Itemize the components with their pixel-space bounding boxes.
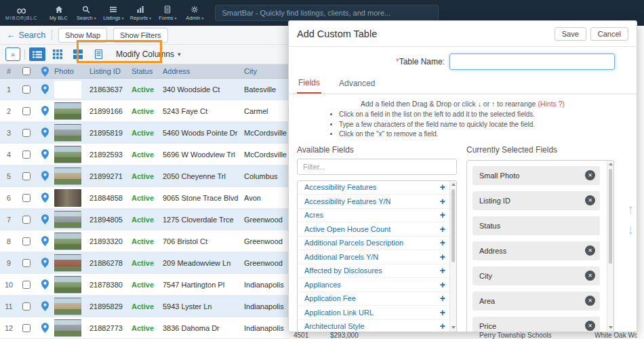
row-checkbox[interactable]	[22, 324, 31, 332]
field-filter-input[interactable]	[297, 159, 457, 175]
available-field-item[interactable]: Accessibility Features +	[298, 181, 456, 195]
selected-field-chip[interactable]: Status ✕	[472, 216, 600, 235]
available-field-item[interactable]: Application Link URL +	[298, 306, 456, 320]
row-checkbox[interactable]	[22, 216, 31, 224]
hints-link[interactable]: (Hints ?)	[538, 100, 565, 108]
nav-item-admin[interactable]: Admin▾	[182, 5, 207, 21]
selected-field-chip[interactable]: Listing ID ✕	[472, 191, 600, 210]
row-checkbox[interactable]	[22, 259, 31, 267]
listing-photo[interactable]	[54, 124, 81, 142]
listing-photo[interactable]	[54, 298, 81, 315]
remove-field-button[interactable]: ✕	[585, 170, 595, 180]
field-label[interactable]: Additional Parcels Y/N	[304, 253, 378, 261]
field-label[interactable]: Architectural Style	[304, 322, 365, 330]
back-to-search-link[interactable]: ← Search	[7, 31, 45, 40]
selected-field-chip[interactable]: Area ✕	[472, 292, 600, 311]
listing-photo[interactable]	[54, 102, 81, 120]
map-pin-icon[interactable]	[41, 127, 49, 138]
available-field-item[interactable]: Acres +	[298, 209, 456, 223]
modify-columns-button[interactable]: Modify Columns ▾	[116, 49, 181, 59]
app-logo[interactable]: ∞ MIBOR|BLC	[5, 5, 37, 20]
listing-photo[interactable]	[54, 254, 81, 272]
nav-item-listings[interactable]: Listings▾	[101, 5, 125, 21]
field-label[interactable]: Acres	[304, 211, 323, 219]
expand-panel-button[interactable]: »	[5, 47, 20, 61]
map-pin-icon[interactable]	[41, 106, 49, 116]
selected-field-chip[interactable]: Address ✕	[472, 241, 600, 260]
listing-photo[interactable]	[54, 167, 81, 185]
listing-photo[interactable]	[54, 189, 81, 207]
nav-item-my-blc[interactable]: My BLC	[47, 5, 71, 21]
field-label[interactable]: Application Link URL	[304, 308, 374, 317]
listing-photo[interactable]	[54, 319, 81, 337]
cancel-button[interactable]: Cancel	[590, 27, 628, 41]
table-name-input[interactable]	[449, 54, 615, 70]
row-checkbox[interactable]	[22, 85, 31, 94]
field-label[interactable]: Accessibility Features Y/N	[304, 197, 391, 205]
available-field-item[interactable]: Active Open House Count +	[298, 222, 456, 237]
remove-field-button[interactable]: ✕	[585, 195, 595, 205]
field-label[interactable]: Appliances	[304, 281, 341, 289]
nav-item-forms[interactable]: Forms▾	[155, 5, 180, 21]
scroll-up-arrow[interactable]	[451, 183, 456, 186]
add-field-button[interactable]: +	[440, 238, 445, 247]
selected-field-chip[interactable]: Price ✕	[472, 317, 600, 333]
row-checkbox[interactable]	[22, 302, 31, 311]
map-pin-icon[interactable]	[41, 236, 49, 246]
map-pin-icon[interactable]	[41, 258, 49, 268]
move-down-arrow[interactable]: ↓	[627, 223, 634, 235]
add-field-button[interactable]: +	[440, 294, 445, 303]
available-field-item[interactable]: Additional Parcels Y/N +	[298, 250, 456, 264]
grid-view-button[interactable]	[49, 47, 66, 61]
map-pin-icon[interactable]	[41, 149, 49, 159]
add-field-button[interactable]: +	[440, 321, 445, 331]
field-label[interactable]: Accessibility Features	[304, 183, 376, 191]
available-field-item[interactable]: Appliances +	[298, 278, 456, 292]
move-up-arrow[interactable]: ↑	[627, 203, 634, 215]
add-field-button[interactable]: +	[440, 252, 445, 262]
map-pin-icon[interactable]	[41, 323, 49, 333]
map-pin-icon[interactable]	[41, 171, 49, 181]
add-field-button[interactable]: +	[440, 197, 445, 206]
selected-field-chip[interactable]: Small Photo ✕	[472, 166, 600, 185]
add-field-button[interactable]: +	[440, 210, 445, 220]
gallery-view-button[interactable]	[70, 47, 86, 61]
list-view-button[interactable]	[29, 47, 45, 61]
remove-field-button[interactable]: ✕	[585, 245, 595, 256]
field-label[interactable]: Additional Parcels Description	[304, 239, 403, 247]
add-field-button[interactable]: +	[440, 182, 445, 192]
field-label[interactable]: Affected by Disclosures	[304, 266, 382, 275]
map-pin-icon[interactable]	[41, 301, 49, 311]
row-checkbox[interactable]	[22, 281, 31, 289]
save-button[interactable]: Save	[555, 27, 586, 41]
row-checkbox[interactable]	[22, 129, 31, 137]
add-field-button[interactable]: +	[440, 280, 445, 290]
header-status[interactable]: Status	[132, 67, 163, 75]
scroll-up-arrow[interactable]	[609, 163, 613, 165]
map-pin-icon[interactable]	[41, 279, 49, 290]
field-label[interactable]: Active Open House Count	[304, 225, 390, 233]
scrollbar-thumb[interactable]	[609, 169, 612, 264]
row-checkbox[interactable]	[22, 194, 31, 202]
row-checkbox[interactable]	[22, 151, 31, 159]
scrollbar-thumb[interactable]	[451, 189, 455, 262]
available-field-item[interactable]: Affected by Disclosures +	[298, 264, 456, 279]
listing-photo[interactable]	[54, 211, 81, 228]
smartbar-input[interactable]	[215, 5, 439, 21]
row-checkbox[interactable]	[22, 107, 31, 115]
header-address[interactable]: Address	[163, 67, 244, 75]
listing-photo[interactable]	[54, 81, 81, 98]
report-view-button[interactable]	[90, 47, 106, 61]
add-field-button[interactable]: +	[440, 266, 445, 275]
map-pin-icon[interactable]	[41, 193, 49, 203]
header-listing-id[interactable]: Listing ID	[89, 67, 132, 75]
map-pin-icon[interactable]	[41, 84, 49, 94]
available-field-item[interactable]: Accessibility Features Y/N +	[298, 195, 456, 209]
show-map-button[interactable]: Show Map	[58, 28, 107, 43]
row-checkbox[interactable]	[22, 237, 31, 245]
show-filters-button[interactable]: Show Filters	[113, 28, 168, 43]
listing-photo[interactable]	[54, 233, 81, 250]
add-field-button[interactable]: +	[440, 224, 445, 234]
available-field-item[interactable]: Architectural Style +	[298, 320, 456, 333]
map-pin-icon[interactable]	[41, 214, 49, 224]
